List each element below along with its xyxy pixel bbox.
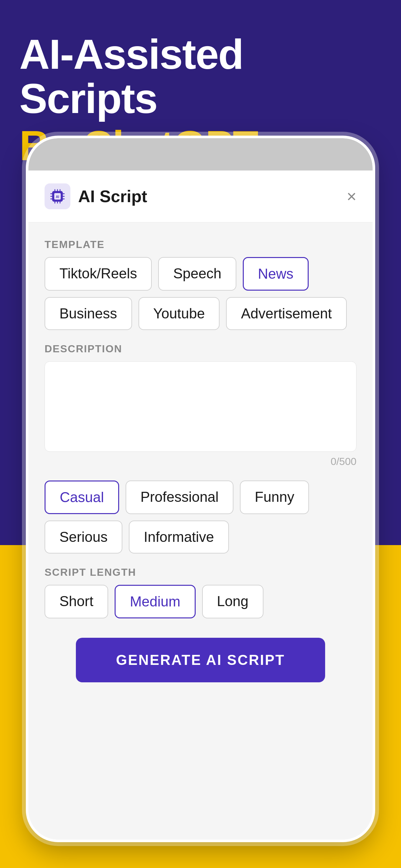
ai-icon: AI bbox=[44, 183, 70, 209]
tone-chips-container: CasualProfessionalFunnySeriousInformativ… bbox=[44, 480, 357, 554]
description-textarea[interactable] bbox=[44, 361, 357, 452]
phone-topbar bbox=[28, 138, 373, 170]
length-chips-container: ShortMediumLong bbox=[44, 585, 357, 618]
description-section: DESCRIPTION 0/500 bbox=[44, 343, 357, 468]
template-chips-container: Tiktok/ReelsSpeechNewsBusinessYoutubeAdv… bbox=[44, 257, 357, 330]
app-header-left: AI bbox=[44, 183, 147, 209]
app-header: AI bbox=[28, 170, 373, 222]
length-chip-2[interactable]: Long bbox=[202, 585, 264, 618]
template-chip-2[interactable]: News bbox=[243, 257, 309, 290]
template-chip-0[interactable]: Tiktok/Reels bbox=[44, 257, 152, 290]
tone-chip-0[interactable]: Casual bbox=[44, 480, 119, 514]
length-chip-0[interactable]: Short bbox=[44, 585, 108, 618]
script-length-section: SCRIPT LENGTH ShortMediumLong bbox=[44, 566, 357, 618]
template-chip-4[interactable]: Youtube bbox=[138, 297, 220, 330]
tone-chip-2[interactable]: Funny bbox=[240, 480, 309, 514]
length-chip-1[interactable]: Medium bbox=[115, 585, 196, 618]
svg-text:AI: AI bbox=[56, 195, 59, 198]
generate-button[interactable]: GENERATE AI SCRIPT bbox=[76, 638, 326, 682]
phone-inner: AI bbox=[28, 138, 373, 840]
phone-bottom bbox=[28, 820, 373, 840]
char-count: 0/500 bbox=[44, 456, 357, 468]
template-label: TEMPLATE bbox=[44, 239, 357, 251]
template-chip-1[interactable]: Speech bbox=[158, 257, 236, 290]
tone-chip-1[interactable]: Professional bbox=[126, 480, 234, 514]
tone-chip-3[interactable]: Serious bbox=[44, 521, 122, 554]
app-title: AI Script bbox=[78, 187, 147, 206]
tone-chip-4[interactable]: Informative bbox=[129, 521, 229, 554]
template-chip-5[interactable]: Advertisement bbox=[226, 297, 346, 330]
template-chip-3[interactable]: Business bbox=[44, 297, 132, 330]
form-area: TEMPLATE Tiktok/ReelsSpeechNewsBusinessY… bbox=[28, 222, 373, 820]
description-label: DESCRIPTION bbox=[44, 343, 357, 355]
phone-mockup: AI bbox=[26, 135, 375, 842]
app-content: AI bbox=[28, 170, 373, 820]
template-section: TEMPLATE Tiktok/ReelsSpeechNewsBusinessY… bbox=[44, 239, 357, 330]
close-button[interactable]: × bbox=[347, 188, 357, 205]
header-title: AI-Assisted Scripts bbox=[19, 32, 382, 120]
tone-section: CasualProfessionalFunnySeriousInformativ… bbox=[44, 480, 357, 554]
script-length-label: SCRIPT LENGTH bbox=[44, 566, 357, 578]
